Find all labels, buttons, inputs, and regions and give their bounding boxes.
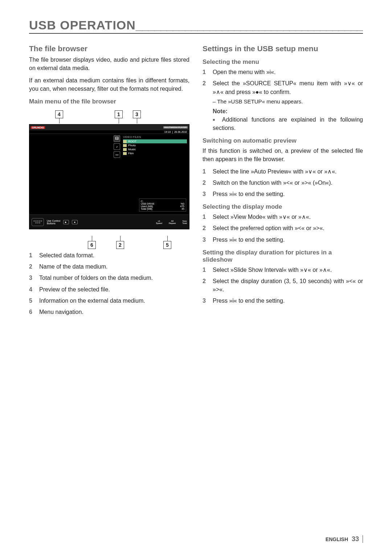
file-browser-p2: If an external data medium contains file…: [29, 76, 189, 93]
step-text: Select »Slide Show Interval« with »∨« or…: [213, 266, 363, 274]
shot-preview-area: [29, 134, 111, 203]
callout-3: 3: [133, 110, 141, 118]
file-row: Film: [123, 151, 187, 155]
legend-item: Menu navigation.: [39, 308, 83, 316]
legend-item: Selected data format.: [39, 251, 94, 259]
shot-time: 19:10: [164, 131, 171, 133]
shot-product: MULTIMEDIA PLAYER: [163, 126, 188, 128]
file-row: Music: [123, 147, 187, 151]
files-title: VIDEO FILES: [123, 135, 187, 139]
file-row: Photo: [123, 143, 187, 147]
stop-icon: ■: [72, 220, 78, 224]
legend-list: 1Selected data format. 2Name of the data…: [29, 251, 189, 316]
step-text: Select the preferred option with »<« or …: [213, 224, 363, 232]
legend-item: Information on the external data medium.: [39, 297, 145, 305]
heading-display-mode: Selecting the display mode: [203, 203, 363, 210]
title-trail: ______________________________________: [136, 18, 363, 32]
callout-6: 6: [88, 241, 96, 249]
step-text: Select the »SOURCE SETUP« menu item with…: [213, 79, 363, 96]
step-substep: The »USB SETUP« menu appears.: [213, 98, 363, 105]
callout-1: 1: [115, 110, 123, 118]
remote-icon: [32, 218, 44, 226]
step-text: Switch on the function with »<« or »>« (…: [213, 179, 363, 187]
folder-icon: [123, 144, 127, 147]
heading-main-menu: Main menu of the file browser: [29, 98, 189, 105]
file-browser-p1: The file browser displays video, audio a…: [29, 56, 189, 72]
step-text: Press »i« to end the setting.: [213, 190, 363, 198]
screenshot-figure: 4 1 3 GRUNDIG MULTIMEDIA PLAYER 19:10 | …: [29, 110, 189, 245]
step-text: Select »View Mode« with »∨« or »∧«.: [213, 213, 363, 221]
legend-item: Preview of the selected file.: [39, 285, 110, 294]
video-tab-icon: 🎞: [114, 135, 120, 142]
callout-4: 4: [55, 110, 63, 118]
step-text: Press »i« to end the setting.: [213, 297, 363, 305]
footer-page-number: 33: [352, 535, 359, 543]
play-icon: ▶: [63, 220, 69, 224]
shot-date: 28.06.2010: [174, 131, 187, 133]
note-title: Note:: [213, 108, 363, 115]
title-text: USB OPERATION: [29, 18, 136, 32]
step-text: Press »i« to end the setting.: [213, 236, 363, 244]
heading-selecting-menu: Selecting the menu: [203, 58, 363, 66]
step-text: Select the display duration (3, 5, 10 se…: [213, 277, 363, 294]
right-column: Settings in the USB setup menu Selecting…: [203, 44, 363, 319]
shot-brand: GRUNDIG: [31, 126, 45, 129]
page-title: USB OPERATION___________________________…: [29, 18, 363, 34]
photo-tab-icon: ▭: [114, 151, 120, 158]
music-tab-icon: ♪: [114, 143, 120, 150]
step-text: Select the line »Auto Preview« with »∨« …: [213, 167, 363, 176]
file-row-root: ROOT: [123, 139, 187, 143]
folder-icon: [123, 140, 127, 143]
page-footer: ENGLISH 33: [326, 535, 363, 543]
folder-icon: [123, 148, 127, 151]
legend-item: Total number of folders on the data medi…: [39, 274, 153, 282]
legend-item: Name of the data medium.: [39, 262, 108, 271]
heading-slideshow-duration: Setting the display duration for picture…: [203, 249, 363, 263]
drive-info-box: C: USB DRIVE Used (MB) Total (MB) %3 475…: [139, 199, 186, 212]
left-column: The file browser The file browser displa…: [29, 44, 189, 319]
heading-settings-usb: Settings in the USB setup menu: [203, 44, 363, 53]
auto-preview-intro: If this function is switched on, a previ…: [203, 147, 363, 163]
screenshot-mock: GRUNDIG MULTIMEDIA PLAYER 19:10 | 28.06.…: [29, 124, 189, 229]
heading-auto-preview: Switching on automatic preview: [203, 137, 363, 144]
note-body: Additional functions are explained in th…: [213, 115, 363, 132]
footer-language: ENGLISH: [326, 536, 348, 542]
callout-2: 2: [116, 241, 124, 249]
heading-file-browser: The file browser: [29, 44, 189, 53]
folder-icon: [123, 152, 127, 155]
step-text: Open the menu with »i«.: [213, 68, 363, 76]
callout-5: 5: [163, 241, 171, 249]
